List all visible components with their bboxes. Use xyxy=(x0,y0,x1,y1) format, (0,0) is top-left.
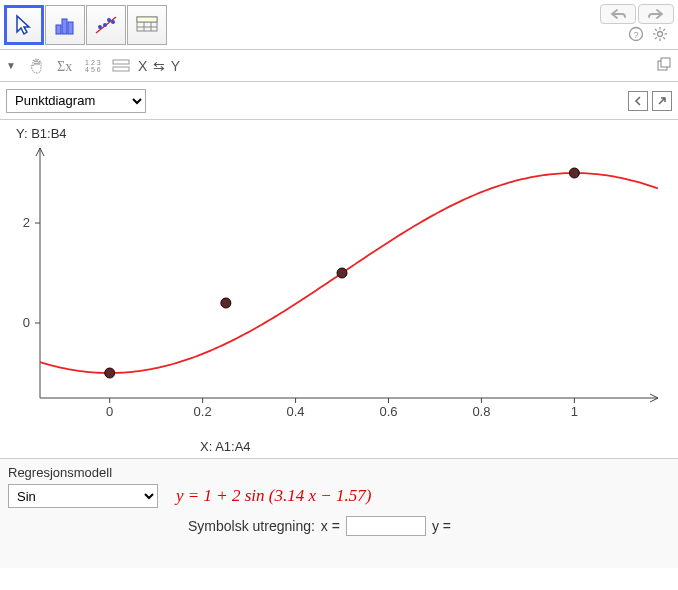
x-axis-label: X: A1:A4 xyxy=(200,439,251,454)
svg-point-5 xyxy=(103,23,107,27)
svg-point-51 xyxy=(569,168,579,178)
view-menu-toggle[interactable]: ▼ xyxy=(6,60,16,71)
svg-text:0.4: 0.4 xyxy=(287,404,305,419)
svg-text:1: 1 xyxy=(571,404,578,419)
tool-scatter-fit[interactable] xyxy=(86,5,126,45)
swap-xy-button[interactable]: X ⇆ Y xyxy=(138,58,181,74)
regression-panel: Regresjonsmodell Sin y = 1 + 2 sin (3.14… xyxy=(0,458,678,568)
hand-tool-icon[interactable] xyxy=(26,55,48,77)
svg-point-49 xyxy=(221,298,231,308)
svg-text:0: 0 xyxy=(23,315,30,330)
eval-label: Symbolsk utregning: xyxy=(188,518,315,534)
svg-text:0.6: 0.6 xyxy=(379,404,397,419)
regression-model-select[interactable]: Sin xyxy=(8,484,158,508)
svg-rect-27 xyxy=(113,67,129,71)
help-icon[interactable]: ? xyxy=(628,26,644,45)
right-controls: ? xyxy=(600,4,674,45)
tool-pointer[interactable] xyxy=(4,5,44,45)
eval-x-prefix: x = xyxy=(321,518,340,534)
svg-rect-26 xyxy=(113,60,129,64)
regression-equation: y = 1 + 2 sin (3.14 x − 1.57) xyxy=(176,486,371,506)
popout-button[interactable] xyxy=(652,91,672,111)
tool-bar-chart[interactable] xyxy=(45,5,85,45)
svg-rect-0 xyxy=(56,25,61,34)
y-axis-label: Y: B1:B4 xyxy=(16,126,67,141)
svg-point-7 xyxy=(111,20,115,24)
svg-rect-1 xyxy=(62,19,67,34)
svg-rect-29 xyxy=(661,58,670,67)
svg-rect-13 xyxy=(137,17,157,22)
scatter-plot: 00.20.40.60.8102 xyxy=(10,128,668,428)
main-toolbar: ? xyxy=(0,0,678,50)
detach-icon[interactable] xyxy=(656,56,672,75)
eval-x-input[interactable] xyxy=(346,516,426,536)
svg-point-16 xyxy=(658,32,663,37)
svg-line-23 xyxy=(655,37,657,39)
prev-button[interactable] xyxy=(628,91,648,111)
svg-point-50 xyxy=(337,268,347,278)
svg-point-48 xyxy=(105,368,115,378)
svg-point-6 xyxy=(107,18,111,22)
svg-line-21 xyxy=(655,29,657,31)
sub-toolbar: ▼ Σx 1 2 34 5 6 X ⇆ Y xyxy=(0,50,678,82)
chart-area: Y: B1:B4 00.20.40.60.8102 X: A1:A4 xyxy=(0,120,678,458)
svg-text:2: 2 xyxy=(23,215,30,230)
numbers-icon[interactable]: 1 2 34 5 6 xyxy=(82,55,104,77)
svg-text:Σx: Σx xyxy=(57,59,72,74)
rows-icon[interactable] xyxy=(110,55,132,77)
chart-select-bar: Punktdiagram xyxy=(0,82,678,120)
tool-table[interactable] xyxy=(127,5,167,45)
settings-icon[interactable] xyxy=(652,26,668,45)
eval-y-prefix: y = xyxy=(432,518,451,534)
regression-panel-title: Regresjonsmodell xyxy=(8,465,670,480)
svg-text:0.8: 0.8 xyxy=(472,404,490,419)
redo-button[interactable] xyxy=(638,4,674,24)
sigma-icon[interactable]: Σx xyxy=(54,55,76,77)
svg-text:0: 0 xyxy=(106,404,113,419)
chart-type-select[interactable]: Punktdiagram xyxy=(6,89,146,113)
svg-text:?: ? xyxy=(633,30,638,40)
svg-line-24 xyxy=(663,29,665,31)
undo-button[interactable] xyxy=(600,4,636,24)
svg-text:0.2: 0.2 xyxy=(194,404,212,419)
svg-line-22 xyxy=(663,37,665,39)
svg-point-4 xyxy=(98,25,102,29)
svg-rect-2 xyxy=(68,22,73,34)
